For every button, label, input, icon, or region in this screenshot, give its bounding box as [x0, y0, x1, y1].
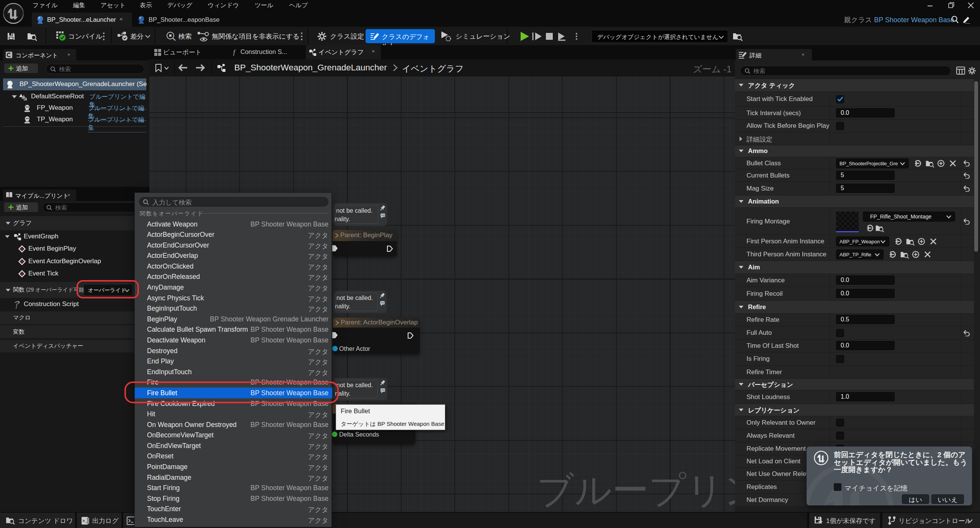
svg-text:f: f — [16, 302, 18, 309]
svg-text:>_: >_ — [82, 519, 88, 523]
svg-text:f: f — [233, 49, 236, 56]
